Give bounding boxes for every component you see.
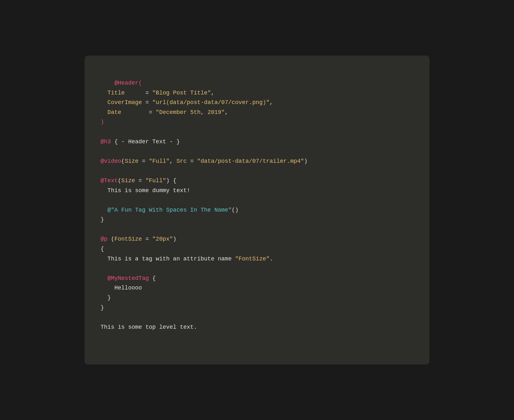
code-content: @Header( Title = "Blog Post Title", Cove…	[101, 68, 413, 351]
code-window: @Header( Title = "Blog Post Title", Cove…	[85, 56, 429, 364]
line-18: {	[101, 246, 104, 252]
line-19: This is a tag with an attribute name "Fo…	[101, 256, 273, 262]
line-5: )	[101, 119, 104, 125]
line-2: Title = "Blog Post Title",	[101, 90, 215, 96]
line-24: }	[101, 304, 104, 311]
line-21: @MyNestedTag {	[101, 275, 156, 281]
line-12: This is some dummy text!	[101, 187, 190, 194]
line-17: @p (FontSize = "20px")	[101, 236, 177, 242]
line-14: @"A Fun Tag With Spaces In The Name"()	[101, 207, 238, 213]
line-9: @video(Size = "Full", Src = "data/post-d…	[101, 158, 307, 164]
line-26: This is some top level text.	[101, 324, 197, 330]
line-22: Helloooo	[101, 285, 142, 291]
line-23: }	[101, 295, 111, 301]
line-11: @Text(Size = "Full") {	[101, 177, 177, 184]
line-1: @Header(	[114, 80, 142, 86]
line-7: @h3 { - Header Text - }	[101, 139, 180, 145]
line-4: Date = "December 5th, 2019",	[101, 109, 228, 116]
line-15: }	[101, 216, 104, 223]
line-3: CoverImage = "url(data/post-data/07/cove…	[101, 99, 273, 106]
